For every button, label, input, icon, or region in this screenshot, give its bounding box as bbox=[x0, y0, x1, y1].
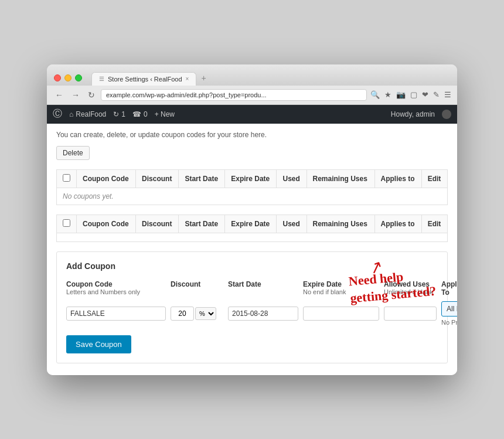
site-name-link[interactable]: ⌂ RealFood bbox=[69, 110, 106, 118]
form-row: % $ All Products bbox=[66, 301, 438, 326]
screen-icon[interactable]: ▢ bbox=[410, 90, 417, 99]
search-icon[interactable]: 🔍 bbox=[370, 90, 380, 99]
header-start-date: Start Date bbox=[228, 280, 298, 297]
col-edit-2: Edit bbox=[421, 215, 447, 233]
add-coupon-section: ↗ Need help getting started? Add Coupon … bbox=[56, 251, 448, 363]
no-coupons-row: No coupons yet. bbox=[57, 188, 448, 205]
save-coupon-button[interactable]: Save Coupon bbox=[66, 335, 131, 353]
col-edit: Edit bbox=[421, 169, 447, 188]
header-coupon-code: Coupon Code Letters and Numbers only bbox=[66, 280, 166, 297]
select-all-checkbox-2[interactable] bbox=[63, 219, 70, 227]
coupon-code-input[interactable] bbox=[66, 307, 166, 321]
content-inner: You can create, delete, or update coupon… bbox=[47, 124, 457, 375]
start-date-field-wrap bbox=[228, 307, 298, 321]
col-used: Used bbox=[277, 169, 307, 188]
header-allowed-uses: Allowed Uses Unlimited if blank bbox=[384, 280, 437, 297]
address-text: example.com/wp-wp-admin/edit.php?post_ty… bbox=[106, 91, 267, 98]
address-field[interactable]: example.com/wp-wp-admin/edit.php?post_ty… bbox=[101, 89, 367, 101]
col-used-2: Used bbox=[277, 215, 307, 233]
empty-row bbox=[57, 233, 448, 241]
form-headers: Coupon Code Letters and Numbers only Dis… bbox=[66, 280, 438, 297]
select-all-checkbox-col-2 bbox=[57, 215, 77, 233]
tab-page-icon: ☰ bbox=[99, 76, 104, 82]
title-bar: ☰ Store Settings ‹ RealFood × + bbox=[47, 64, 457, 86]
no-coupons-text: No coupons yet. bbox=[57, 188, 448, 205]
maximize-button[interactable] bbox=[75, 74, 82, 81]
bookmark-icon[interactable]: ★ bbox=[384, 90, 391, 99]
col-remaining-uses-2: Remaining Uses bbox=[307, 215, 374, 233]
tab-close-button[interactable]: × bbox=[186, 76, 189, 82]
header-expire-date: Expire Date No end if blank bbox=[303, 280, 379, 297]
add-coupon-title: Add Coupon bbox=[66, 261, 438, 271]
col-discount-2: Discount bbox=[136, 215, 179, 233]
start-date-input[interactable] bbox=[228, 307, 298, 321]
discount-group: % $ bbox=[171, 307, 223, 321]
back-button[interactable]: ← bbox=[53, 89, 66, 101]
address-icons: 🔍 ★ 📷 ▢ ❤ ✎ ☰ bbox=[370, 90, 451, 99]
bookmark2-icon[interactable]: ❤ bbox=[422, 90, 428, 99]
wp-logo-icon: Ⓒ bbox=[53, 108, 62, 120]
col-applies-to: Applies to bbox=[374, 169, 421, 188]
tab-bar: ☰ Store Settings ‹ RealFood × + bbox=[91, 70, 450, 86]
col-expire-date: Expire Date bbox=[225, 169, 277, 188]
coupon-table-1: Coupon Code Discount Start Date Expire D… bbox=[56, 169, 448, 205]
discount-type-select[interactable]: % $ bbox=[195, 307, 216, 320]
col-remaining-uses: Remaining Uses bbox=[307, 169, 374, 188]
allowed-uses-field-wrap bbox=[384, 307, 437, 321]
select-all-checkbox-col bbox=[57, 169, 77, 188]
table-header-row: Coupon Code Discount Start Date Expire D… bbox=[57, 169, 448, 188]
header-discount: Discount bbox=[171, 280, 223, 297]
select-all-checkbox[interactable] bbox=[63, 174, 70, 182]
expire-date-field-wrap bbox=[303, 307, 379, 321]
home-icon: ⌂ bbox=[69, 110, 73, 118]
main-content: You can create, delete, or update coupon… bbox=[47, 124, 457, 375]
browser-tab[interactable]: ☰ Store Settings ‹ RealFood × bbox=[91, 72, 196, 86]
reload-button[interactable]: ↻ bbox=[86, 89, 97, 101]
close-button[interactable] bbox=[54, 74, 61, 81]
col-coupon-code: Coupon Code bbox=[77, 169, 136, 188]
col-start-date-2: Start Date bbox=[179, 215, 225, 233]
info-text: You can create, delete, or update coupon… bbox=[56, 131, 448, 139]
tab-label: Store Settings ‹ RealFood bbox=[108, 76, 182, 83]
comments-link[interactable]: ☎ 0 bbox=[132, 110, 148, 118]
discount-value-input[interactable] bbox=[171, 307, 194, 321]
pen-icon[interactable]: ✎ bbox=[433, 90, 440, 99]
applies-to-select[interactable]: All Products bbox=[441, 301, 457, 317]
no-categories-text: No Product Categories bbox=[441, 319, 457, 326]
col-coupon-code-2: Coupon Code bbox=[77, 215, 136, 233]
minimize-button[interactable] bbox=[64, 74, 71, 81]
allowed-uses-input[interactable] bbox=[384, 307, 437, 321]
new-tab-button[interactable]: + bbox=[196, 70, 210, 86]
coupon-code-field-wrap bbox=[66, 307, 166, 321]
traffic-lights bbox=[54, 74, 82, 81]
wp-admin-bar: Ⓒ ⌂ RealFood ↻ 1 ☎ 0 + New Howdy, admin bbox=[47, 105, 457, 124]
col-discount: Discount bbox=[136, 169, 179, 188]
expire-date-input[interactable] bbox=[303, 307, 379, 321]
address-bar: ← → ↻ example.com/wp-wp-admin/edit.php?p… bbox=[47, 86, 457, 105]
user-avatar bbox=[442, 110, 451, 119]
howdy-text: Howdy, admin bbox=[391, 110, 435, 118]
col-applies-to-2: Applies to bbox=[374, 215, 421, 233]
forward-button[interactable]: → bbox=[69, 89, 82, 101]
delete-button[interactable]: Delete bbox=[56, 146, 90, 160]
col-expire-date-2: Expire Date bbox=[225, 215, 277, 233]
browser-window: ☰ Store Settings ‹ RealFood × + ← → ↻ ex… bbox=[47, 64, 457, 375]
coupon-table-2: Coupon Code Discount Start Date Expire D… bbox=[56, 215, 448, 242]
updates-link[interactable]: ↻ 1 bbox=[113, 110, 125, 118]
new-content-link[interactable]: + New bbox=[155, 110, 175, 118]
camera-icon[interactable]: 📷 bbox=[396, 90, 406, 99]
menu-icon[interactable]: ☰ bbox=[444, 90, 451, 99]
header-applies-to: Applies To bbox=[441, 280, 457, 297]
applies-to-group: All Products No Product Categories bbox=[441, 301, 457, 326]
col-start-date: Start Date bbox=[179, 169, 225, 188]
table-header-row-2: Coupon Code Discount Start Date Expire D… bbox=[57, 215, 448, 233]
